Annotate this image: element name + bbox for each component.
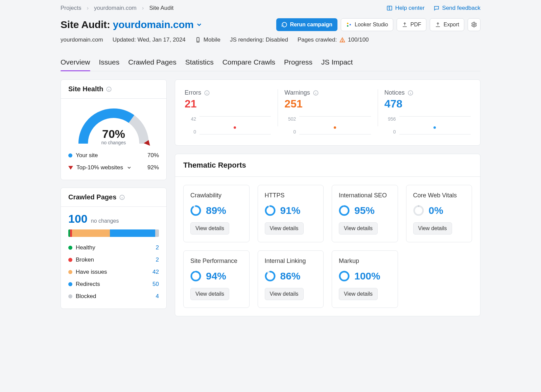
settings-button[interactable]	[468, 18, 480, 31]
breadcrumb-domain[interactable]: yourdomain.com	[94, 5, 137, 11]
thematic-card: Core Web Vitals0%View details	[406, 185, 472, 242]
crawled-bar	[68, 229, 159, 237]
tab-compare-crawls[interactable]: Compare Crawls	[222, 58, 275, 71]
errors-sparkline: 420	[185, 116, 271, 134]
info-icon[interactable]	[119, 194, 125, 200]
crawl-row-label: Healthy	[76, 244, 95, 251]
tab-statistics[interactable]: Statistics	[185, 58, 214, 71]
meta-crawled-value: 100/100	[348, 36, 369, 43]
svg-point-2	[347, 25, 349, 27]
crawl-row[interactable]: Redirects50	[68, 278, 159, 290]
looker-studio-button[interactable]: Looker Studio	[341, 18, 393, 31]
upload-icon	[402, 22, 408, 28]
thematic-percent: 95%	[354, 205, 375, 216]
crawled-total[interactable]: 100	[68, 212, 88, 225]
errors-value: 21	[185, 98, 271, 110]
upload-icon	[435, 22, 441, 28]
meta-js-rendering: JS rendering: Disabled	[230, 36, 288, 43]
view-details-button[interactable]: View details	[190, 288, 229, 300]
view-details-button[interactable]: View details	[339, 222, 378, 235]
progress-ring-icon	[190, 271, 201, 281]
breadcrumb-current: Site Audit	[149, 5, 173, 11]
thematic-card: Crawlability89%View details	[183, 185, 250, 242]
meta-crawled-label: Pages crawled:	[298, 36, 337, 43]
svg-point-1	[347, 23, 349, 24]
site-health-title: Site Health	[68, 85, 103, 93]
info-icon[interactable]	[204, 90, 210, 96]
errors-axis-zero: 0	[185, 129, 196, 134]
thematic-percent: 100%	[354, 270, 380, 282]
pdf-button[interactable]: PDF	[397, 18, 426, 31]
info-icon[interactable]	[313, 90, 319, 96]
dot-icon	[334, 126, 336, 129]
chevron-right-icon: ›	[142, 5, 144, 11]
dot-icon	[68, 282, 72, 286]
tab-issues[interactable]: Issues	[99, 58, 120, 71]
warnings-sparkline: 5020	[284, 116, 371, 134]
thematic-percent: 91%	[280, 205, 301, 216]
meta-domain: yourdomain.com	[61, 36, 103, 43]
tab-progress[interactable]: Progress	[284, 58, 312, 71]
tab-js-impact[interactable]: JS Impact	[321, 58, 353, 71]
meta-strip: yourdomain.com Updated: Wed, Jan 17, 202…	[61, 36, 480, 43]
send-feedback-label: Send feedback	[442, 5, 480, 11]
thematic-name: Crawlability	[190, 192, 242, 200]
export-button[interactable]: Export	[430, 18, 464, 31]
book-icon	[386, 5, 393, 11]
thematic-card: HTTPS91%View details	[258, 185, 324, 242]
breadcrumb-projects[interactable]: Projects	[61, 5, 81, 11]
tab-overview[interactable]: Overview	[61, 58, 90, 71]
crawl-row[interactable]: Healthy2	[68, 242, 159, 254]
bar-segment	[155, 229, 159, 237]
thematic-percent: 89%	[206, 205, 226, 216]
progress-ring-icon	[413, 205, 424, 216]
view-details-button[interactable]: View details	[339, 288, 378, 300]
svg-point-7	[342, 41, 343, 42]
svg-point-26	[340, 272, 349, 280]
errors-col[interactable]: Errors 21 420	[185, 89, 271, 134]
site-health-gauge: 70% no changes	[75, 105, 152, 145]
crawl-row[interactable]: Have issues42	[68, 266, 159, 278]
crawled-sub: no changes	[91, 218, 119, 224]
thematic-percent: 86%	[280, 270, 301, 282]
warnings-col[interactable]: Warnings 251 5020	[284, 89, 371, 134]
export-label: Export	[444, 22, 459, 28]
legend-top10-label: Top-10% websites	[76, 164, 123, 171]
errors-axis-max: 42	[185, 116, 196, 122]
view-details-button[interactable]: View details	[413, 222, 452, 235]
svg-point-4	[473, 24, 475, 26]
notices-col[interactable]: Notices 478 9560	[384, 89, 471, 134]
svg-point-22	[191, 272, 200, 280]
view-details-button[interactable]: View details	[265, 288, 304, 300]
crawl-row-value: 2	[147, 256, 159, 263]
chat-icon	[433, 5, 440, 11]
send-feedback-link[interactable]: Send feedback	[433, 5, 480, 11]
refresh-icon	[281, 22, 287, 28]
thematic-card: Markup100%View details	[332, 250, 398, 308]
progress-ring-icon	[265, 205, 276, 216]
info-icon[interactable]	[407, 90, 414, 96]
dot-icon	[68, 246, 72, 250]
rerun-label: Rerun campaign	[290, 22, 332, 28]
legend-your-site: Your site 70%	[68, 149, 159, 162]
progress-ring-icon	[339, 205, 350, 216]
crawl-row[interactable]: Broken2	[68, 254, 159, 266]
meta-updated: Updated: Wed, Jan 17, 2024	[113, 36, 186, 43]
dot-icon	[68, 294, 72, 298]
info-icon[interactable]	[106, 86, 112, 92]
warnings-value: 251	[284, 98, 371, 110]
crawl-row-label: Redirects	[76, 281, 100, 288]
looker-label: Looker Studio	[355, 22, 388, 28]
crawl-row[interactable]: Blocked4	[68, 290, 159, 302]
legend-top10[interactable]: Top-10% websites 92%	[68, 162, 159, 174]
domain-name: yourdomain.com	[113, 19, 194, 30]
chevron-right-icon: ›	[87, 5, 89, 11]
domain-dropdown[interactable]: yourdomain.com	[113, 19, 203, 30]
help-center-link[interactable]: Help center	[386, 5, 425, 11]
triangle-down-icon	[68, 166, 73, 170]
view-details-button[interactable]: View details	[265, 222, 304, 235]
rerun-campaign-button[interactable]: Rerun campaign	[276, 18, 337, 31]
view-details-button[interactable]: View details	[190, 222, 229, 235]
thematic-name: HTTPS	[265, 192, 317, 200]
tab-crawled-pages[interactable]: Crawled Pages	[128, 58, 176, 71]
